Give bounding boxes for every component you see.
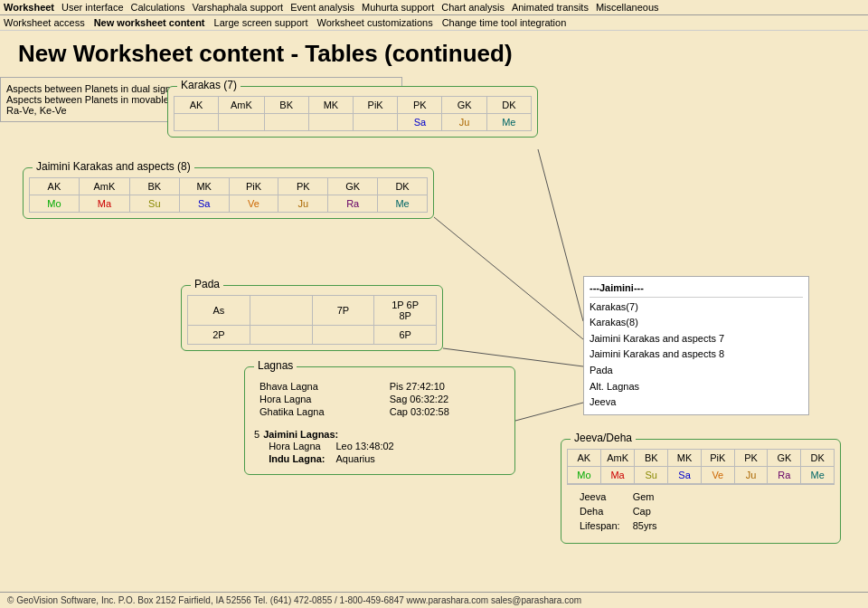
ji-r6: Ra [328, 195, 378, 213]
k7-r0 [175, 114, 219, 131]
pada-label: Pada [191, 278, 223, 290]
ji-h4: PiK [229, 178, 278, 195]
main-content: Karakas (7) AK AmK BK MK PiK PK GK DK Sa… [0, 77, 868, 602]
nav-chart-analysis[interactable]: Chart analysis [441, 2, 505, 13]
menu-item-2[interactable]: Jaimini Karakas and aspects 7 [590, 331, 803, 347]
pada-table: As 7P 1P 6P 8P 2P 6P [187, 295, 437, 345]
nav-calculations[interactable]: Calculations [131, 2, 185, 13]
ji-h2: BK [129, 178, 179, 195]
pada-empty2 [250, 326, 312, 345]
jaimini-label: Jaimini Karakas and aspects (8) [33, 160, 194, 173]
jeeva-info: Jeeva Gem Deha Cap Lifespan: 85yrs [567, 484, 835, 537]
jv-r3: Sa [668, 467, 702, 484]
karakas7-table: AK AmK BK MK PiK PK GK DK Sa Ju Me [174, 96, 532, 131]
nav-worksheet-access[interactable]: Worksheet access [4, 17, 85, 28]
pada-6p2: 6P [374, 326, 437, 345]
lagnas-box: Lagnas Bhava Lagna Pis 27:42:10 Hora Lag… [244, 366, 515, 475]
menu-box: ---Jaimini--- Karakas(7) Karakas(8) Jaim… [583, 276, 809, 415]
ji-r3: Sa [179, 195, 229, 213]
jv-h3: MK [668, 450, 702, 467]
jv-h2: BK [635, 450, 668, 467]
pada-empty1 [250, 296, 312, 326]
k7-h5: PK [398, 97, 442, 114]
jv-r7: Me [801, 467, 835, 484]
ji-h3: MK [179, 178, 229, 195]
jv-r5: Ju [734, 467, 768, 484]
pada-empty3 [312, 326, 374, 345]
jv-jeeva-name: Jeeva [574, 490, 626, 503]
ji-r4: Ve [229, 195, 278, 213]
jv-deha-name: Deha [574, 505, 626, 518]
k7-r6: Ju [442, 114, 486, 131]
menu-item-5[interactable]: Alt. Lagnas [590, 379, 803, 395]
jv-h5: PK [734, 450, 768, 467]
nav-animated-transits[interactable]: Animated transits [512, 2, 589, 13]
lagnas-extra-label: 5 [254, 429, 259, 465]
lagnas-jaimini-content: Jaimini Lagnas: Hora Lagna Leo 13:48:02 … [263, 429, 400, 465]
jv-r2: Su [635, 467, 668, 484]
second-nav: Worksheet access New worksheet content L… [0, 15, 868, 31]
pada-box: Pada As 7P 1P 6P 8P 2P 6P [181, 285, 443, 351]
lagnas-ghatika-val: Cap 03:02:58 [384, 405, 505, 418]
lagnas-ghatika-name: Ghatika Lagna [254, 405, 384, 418]
nav-user-interface[interactable]: User interface [61, 2, 123, 13]
lagnas-bhava-name: Bhava Lagna [254, 380, 384, 393]
svg-line-2 [443, 348, 583, 366]
ji-h1: AmK [79, 178, 129, 195]
jv-r0: Mo [568, 467, 601, 484]
jv-r4: Ve [701, 467, 734, 484]
menu-title: ---Jaimini--- [590, 280, 803, 298]
jv-h4: PiK [701, 450, 734, 467]
lagnas-jaimini-header: Jaimini Lagnas: [263, 429, 400, 440]
ji-h7: DK [378, 178, 428, 195]
lagnas-content: Bhava Lagna Pis 27:42:10 Hora Lagna Sag … [250, 376, 509, 469]
lagnas-jaimini-section: 5 Jaimini Lagnas: Hora Lagna Leo 13:48:0… [254, 429, 505, 465]
k7-r2 [264, 114, 308, 131]
nav-varshaphala[interactable]: Varshaphala support [192, 2, 283, 13]
lagnas-label: Lagnas [254, 359, 297, 372]
k7-h7: DK [486, 97, 531, 114]
ji-r5: Ju [278, 195, 328, 213]
jv-deha-val: Cap [627, 505, 663, 518]
jv-h7: DK [801, 450, 835, 467]
lj-indu-name: Indu Lagna: [263, 452, 330, 465]
karakas7-label: Karakas (7) [177, 79, 241, 91]
nav-worksheet[interactable]: Worksheet [4, 2, 54, 13]
pada-as: As [188, 296, 250, 326]
nav-worksheet-customizations[interactable]: Worksheet customizations [316, 17, 432, 28]
k7-h1: AmK [219, 97, 264, 114]
nav-miscellaneous[interactable]: Miscellaneous [596, 2, 659, 13]
nav-muhurta[interactable]: Muhurta support [362, 2, 434, 13]
nav-large-screen-support[interactable]: Large screen support [214, 17, 308, 28]
lagnas-jaimini-table: Hora Lagna Leo 13:48:02 Indu Lagna: Aqua… [263, 440, 400, 465]
footer-text: © GeoVision Software, Inc. P.O. Box 2152… [7, 595, 581, 605]
nav-change-time[interactable]: Change time tool integration [442, 17, 567, 28]
k7-h6: GK [442, 97, 486, 114]
top-nav: Worksheet User interface Calculations Va… [0, 0, 868, 15]
svg-line-0 [538, 149, 583, 321]
menu-item-4[interactable]: Pada [590, 363, 803, 379]
k7-r7: Me [486, 114, 531, 131]
menu-item-6[interactable]: Jeeva [590, 394, 803, 411]
k7-r5: Sa [398, 114, 442, 131]
nav-event-analysis[interactable]: Event analysis [290, 2, 354, 13]
menu-item-1[interactable]: Karakas(8) [590, 315, 803, 331]
lagnas-main-table: Bhava Lagna Pis 27:42:10 Hora Lagna Sag … [254, 380, 505, 418]
jv-jeeva-val: Gem [627, 490, 663, 503]
nav-new-worksheet-content[interactable]: New worksheet content [94, 17, 205, 28]
menu-item-3[interactable]: Jaimini Karakas and aspects 8 [590, 347, 803, 363]
jeeva-box: Jeeva/Deha AK AmK BK MK PiK PK GK DK Mo … [561, 439, 841, 544]
menu-item-0[interactable]: Karakas(7) [590, 299, 803, 316]
jeeva-label: Jeeva/Deha [571, 432, 636, 444]
ji-r2: Su [129, 195, 179, 213]
karakas7-box: Karakas (7) AK AmK BK MK PiK PK GK DK Sa… [167, 86, 538, 138]
lj-hora-val: Leo 13:48:02 [330, 440, 399, 452]
jaimini-box: Jaimini Karakas and aspects (8) AK AmK B… [23, 167, 434, 219]
k7-r3 [308, 114, 353, 131]
lagnas-hora-val: Sag 06:32:22 [384, 393, 505, 405]
ji-r1: Ma [79, 195, 129, 213]
jv-r1: Ma [600, 467, 635, 484]
pada-7p: 7P [312, 296, 374, 326]
lagnas-bhava-val: Pis 27:42:10 [384, 380, 505, 393]
jv-lifespan-name: Lifespan: [574, 519, 626, 532]
